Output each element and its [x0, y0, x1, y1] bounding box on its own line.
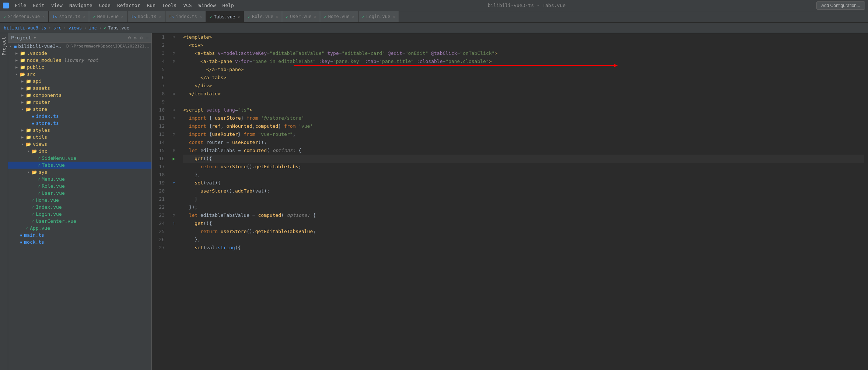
tree-sidemenu[interactable]: ✓ SideMenu.vue	[8, 155, 151, 162]
sidebar-settings-icon[interactable]: ⚙	[140, 35, 143, 40]
tree-components[interactable]: ▶ 📁 components	[8, 92, 151, 99]
breadcrumb-inc[interactable]: inc	[89, 25, 97, 31]
tab-label: store.ts	[59, 14, 81, 19]
project-label-bar: Project	[0, 33, 8, 370]
tab-mock-ts[interactable]: ts mock.ts ×	[127, 11, 165, 22]
tab-close-icon[interactable]: ×	[238, 15, 240, 19]
tree-tabs-vue[interactable]: ✓ Tabs.vue	[8, 162, 151, 169]
code-line-4: <a-tab-pane v-for = "pane in editableTab…	[183, 57, 864, 66]
tree-arrow-icon: ▶	[15, 51, 20, 55]
tab-label: mock.ts	[138, 14, 157, 19]
menu-file[interactable]: File	[12, 2, 29, 9]
menu-tools[interactable]: Tools	[159, 2, 179, 9]
tree-menu-vue[interactable]: ✓ Menu.vue	[8, 176, 151, 183]
menu-view[interactable]: View	[48, 2, 66, 9]
tab-sidemenu[interactable]: ✓ SideMenu.vue ×	[0, 11, 49, 22]
tab-close-icon[interactable]: ×	[200, 15, 202, 19]
tab-close-icon[interactable]: ×	[393, 15, 395, 19]
tab-login-vue[interactable]: ✓ Login.vue ×	[358, 11, 399, 22]
tree-usercenter-vue[interactable]: ✓ UserCenter.vue	[8, 218, 151, 225]
code-line-6: </a-tabs>	[183, 74, 864, 82]
tab-label: Menu.vue	[97, 14, 119, 19]
tree-sys[interactable]: ▾ 📂 sys	[8, 169, 151, 176]
tree-inc[interactable]: ▾ 📂 inc	[8, 148, 151, 155]
tab-close-icon[interactable]: ×	[276, 15, 278, 19]
menu-run[interactable]: Run	[144, 2, 158, 9]
tree-vscode[interactable]: ▶ 📁 .vscode	[8, 50, 151, 57]
tab-store-ts[interactable]: ts store.ts ×	[49, 11, 89, 22]
breadcrumb-src[interactable]: src	[53, 25, 62, 31]
sidebar-close-icon[interactable]: —	[146, 35, 148, 40]
tab-user-vue[interactable]: ✓ User.vue ×	[282, 11, 320, 22]
code-content[interactable]: <template> <div> <a-tabs v-model : activ…	[179, 33, 868, 370]
menu-window[interactable]: Window	[196, 2, 219, 9]
tree-public[interactable]: ▶ 📁 public	[8, 64, 151, 71]
gutter-16[interactable]: ▶	[168, 155, 179, 163]
tree-root[interactable]: ▾ ◼ bilibili-vue3-ts D:\ProgramWorkSpace…	[8, 43, 151, 50]
breadcrumb-project[interactable]: bilibili-vue3-ts	[4, 25, 46, 31]
gutter-13: ⊖	[168, 130, 179, 138]
tree-login-vue[interactable]: ✓ Login.vue	[8, 211, 151, 218]
tree-home-vue[interactable]: ✓ Home.vue	[8, 197, 151, 204]
gutter-17	[168, 163, 179, 171]
menu-refactor[interactable]: Refactor	[114, 2, 143, 9]
tree-role-vue[interactable]: ✓ Role.vue	[8, 183, 151, 190]
breadcrumb-views[interactable]: views	[69, 25, 82, 31]
sidebar-expand-icon[interactable]: ⇅	[134, 35, 137, 40]
sidebar-locate-icon[interactable]: ⊙	[128, 35, 131, 40]
menu-edit[interactable]: Edit	[30, 2, 47, 9]
tab-close-icon[interactable]: ×	[352, 15, 354, 19]
tree-index-vue[interactable]: ✓ Index.vue	[8, 204, 151, 211]
tree-assets[interactable]: ▶ 📁 assets	[8, 85, 151, 92]
sidebar-dropdown-icon[interactable]: ▾	[34, 35, 36, 40]
tab-close-icon[interactable]: ×	[83, 15, 85, 19]
tree-store-index[interactable]: ▪ index.ts	[8, 113, 151, 120]
add-configuration-button[interactable]: Add Configuration...	[816, 1, 865, 10]
vue-file-icon: ✓	[38, 184, 40, 189]
ts-file-icon: ▪	[20, 240, 22, 245]
menu-help[interactable]: Help	[220, 2, 237, 9]
tab-menu-vue[interactable]: ✓ Menu.vue ×	[89, 11, 127, 22]
tab-close-icon[interactable]: ×	[42, 15, 45, 19]
ts-icon: ts	[52, 14, 57, 19]
tree-app-vue[interactable]: ✓ App.vue	[8, 225, 151, 232]
tab-close-icon[interactable]: ×	[314, 15, 316, 19]
folder-open-icon: 📂	[26, 107, 31, 112]
gutter-2	[168, 41, 179, 49]
gutter-9	[168, 98, 179, 106]
menu-code[interactable]: Code	[96, 2, 113, 9]
tree-main-ts[interactable]: ▪ main.ts	[8, 232, 151, 239]
tree-styles[interactable]: ▶ 📁 styles	[8, 127, 151, 134]
tab-index-ts[interactable]: ts index.ts ×	[165, 11, 206, 22]
tree-node-modules[interactable]: ▶ 📁 node_modules library root	[8, 57, 151, 64]
tab-close-icon[interactable]: ×	[121, 15, 123, 19]
gutter-26	[168, 236, 179, 244]
menu-navigate[interactable]: Navigate	[66, 2, 95, 9]
tree-src[interactable]: ▾ 📂 src	[8, 71, 151, 78]
gutter-23: ⊖	[168, 211, 179, 219]
tab-close-icon[interactable]: ×	[159, 15, 161, 19]
tree-views[interactable]: ▾ 📂 views	[8, 141, 151, 148]
code-line-13: import { useRouter } from "vue-router" ;	[183, 130, 864, 138]
tree-utils[interactable]: ▶ 📁 utils	[8, 134, 151, 141]
tree-arrow-icon: ▾	[10, 44, 14, 48]
tree-user-vue[interactable]: ✓ User.vue	[8, 190, 151, 197]
tree-mock-ts[interactable]: ▪ mock.ts	[8, 239, 151, 246]
tab-home-vue[interactable]: ✓ Home.vue ×	[320, 11, 358, 22]
gutter-11: ⊖	[168, 114, 179, 122]
gutter-15: ⊖	[168, 147, 179, 155]
project-panel-label[interactable]: Project	[1, 35, 7, 58]
menu-vcs[interactable]: VCS	[180, 2, 195, 9]
tree-store-ts[interactable]: ▪ store.ts	[8, 120, 151, 127]
ts-file-icon: ▪	[32, 114, 34, 119]
tree-router[interactable]: ▶ 📁 router	[8, 99, 151, 106]
tree-api[interactable]: ▶ 📁 api	[8, 78, 151, 85]
tree-arrow-icon: ▶	[21, 128, 26, 132]
code-line-9	[183, 98, 864, 106]
gutter-20	[168, 187, 179, 195]
tab-role-vue[interactable]: ✓ Role.vue ×	[244, 11, 282, 22]
folder-icon: 📁	[20, 58, 25, 63]
tree-store[interactable]: ▾ 📂 store	[8, 106, 151, 113]
tab-tabs-vue[interactable]: ✓ Tabs.vue ×	[206, 11, 244, 22]
editor-area: 1 2 3 4 5 6 7 8 9 10 11 12 13 14 15 16 1…	[152, 33, 868, 370]
